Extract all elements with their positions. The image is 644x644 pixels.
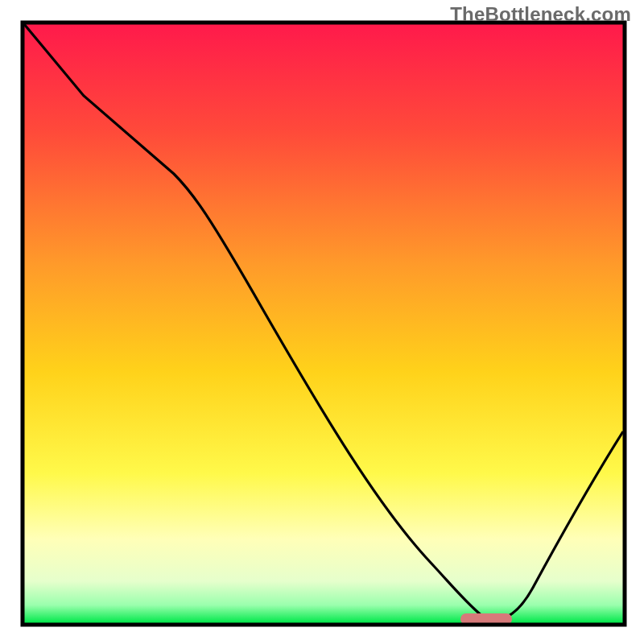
plot-area [23, 23, 625, 625]
gradient-background [24, 24, 623, 623]
watermark-text: TheBottleneck.com [450, 3, 631, 26]
bottleneck-chart [0, 0, 644, 644]
chart-container: TheBottleneck.com [0, 0, 644, 644]
